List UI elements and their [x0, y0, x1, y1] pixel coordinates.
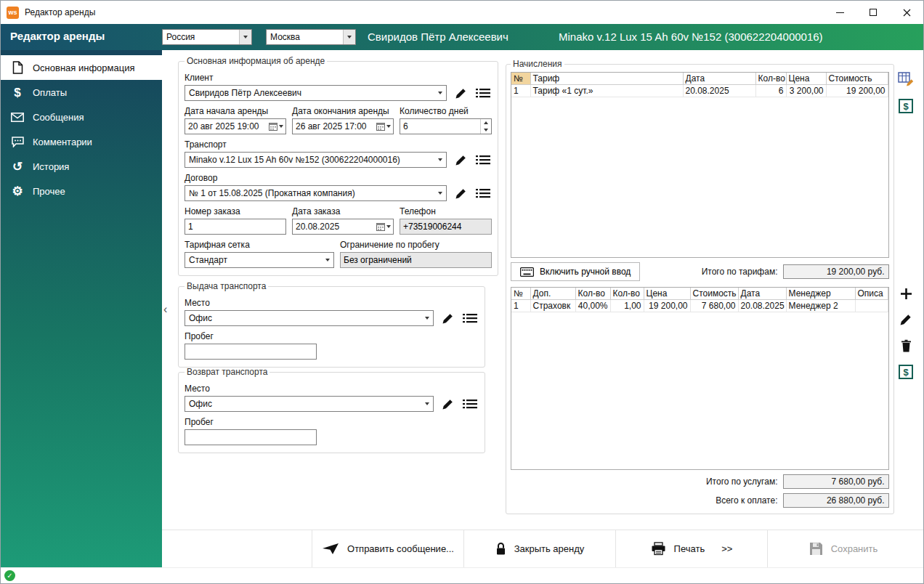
- pencil-icon: [442, 398, 454, 410]
- save-button[interactable]: Сохранить: [767, 530, 919, 567]
- column-header[interactable]: Кол-во: [755, 73, 786, 85]
- contract-label: Договор: [185, 173, 492, 183]
- client-list-button[interactable]: [474, 85, 492, 101]
- return-place-list-button[interactable]: [461, 396, 479, 412]
- rental-start-date-input[interactable]: 20 авг 2025 19:00: [185, 118, 286, 134]
- column-header[interactable]: Цена: [644, 288, 690, 300]
- list-icon: [476, 188, 490, 198]
- client-edit-button[interactable]: [452, 85, 469, 101]
- comment-icon: [10, 137, 25, 147]
- transport-combobox[interactable]: Minako v.12 Lux 15 Ah 60v №152 (30062220…: [185, 152, 447, 168]
- close-button[interactable]: [890, 1, 923, 24]
- column-header[interactable]: Кол-во: [575, 288, 610, 300]
- column-header[interactable]: Стоимость: [690, 288, 738, 300]
- service-payment-button[interactable]: $: [896, 362, 915, 381]
- column-header[interactable]: Цена: [786, 73, 826, 85]
- cell: 1,00: [610, 300, 644, 312]
- transport-list-button[interactable]: [474, 152, 492, 168]
- minimize-button[interactable]: [823, 1, 856, 24]
- column-header[interactable]: Доп.: [530, 288, 575, 300]
- spin-down-icon[interactable]: [481, 126, 491, 134]
- pickup-mileage-input[interactable]: [185, 344, 317, 360]
- contract-combobox[interactable]: № 1 от 15.08.2025 (Прокатная компания): [185, 185, 447, 201]
- transport-edit-button[interactable]: [452, 152, 469, 168]
- pickup-place-list-button[interactable]: [461, 310, 479, 326]
- dollar-icon: $: [899, 99, 913, 113]
- phone-input[interactable]: [400, 219, 492, 235]
- tariff-grid-label: Тарифная сетка: [185, 240, 334, 250]
- country-combobox[interactable]: Россия: [162, 29, 252, 45]
- sidebar-item-messages[interactable]: Сообщения: [1, 105, 162, 129]
- send-icon: [322, 543, 339, 555]
- spin-up-icon[interactable]: [481, 119, 491, 126]
- group-title: Возврат транспорта: [185, 367, 270, 377]
- keyboard-icon: [520, 267, 534, 277]
- client-label: Клиент: [185, 73, 492, 83]
- bottom-toolbar: Отправить сообщение... Закрыть аренду Пе…: [162, 530, 924, 567]
- plus-icon: [900, 288, 912, 300]
- column-header[interactable]: Описа: [855, 288, 888, 300]
- order-date-label: Дата заказа: [292, 206, 394, 216]
- gear-icon: ⚙: [10, 185, 25, 198]
- pencil-icon: [442, 312, 454, 325]
- table-row[interactable]: 1 Страховк 40,00% 1,00 19 200,00 7 680,0…: [511, 300, 888, 312]
- sidebar-item-history[interactable]: ↺ История: [1, 154, 162, 179]
- pencil-icon: [899, 313, 912, 326]
- table-edit-icon: [898, 70, 915, 87]
- contract-list-button[interactable]: [474, 185, 492, 201]
- sidebar-item-label: Комментарии: [33, 137, 92, 147]
- service-edit-button[interactable]: [896, 310, 915, 329]
- column-header[interactable]: Тариф: [530, 73, 683, 85]
- rental-end-date-input[interactable]: 26 авг 2025 17:00: [292, 118, 394, 134]
- spinner-buttons: [480, 119, 491, 134]
- print-button[interactable]: Печать >>: [615, 530, 767, 567]
- tariff-grid-edit-button[interactable]: [896, 69, 915, 88]
- order-date-input[interactable]: 20.08.2025: [292, 219, 394, 235]
- mileage-limit-label: Ограничение по пробегу: [340, 240, 492, 250]
- return-mileage-label: Пробег: [185, 417, 479, 427]
- city-combobox[interactable]: Москва: [266, 29, 356, 45]
- pickup-mileage-label: Пробег: [185, 331, 479, 341]
- chevron-down-icon: [434, 153, 446, 167]
- chevron-down-icon: [421, 397, 433, 411]
- mileage-limit-input[interactable]: [340, 252, 492, 268]
- table-row[interactable]: 1 Тариф «1 сут.» 20.08.2025 6 3 200,00 1…: [511, 85, 888, 97]
- column-header[interactable]: Дата: [683, 73, 755, 85]
- collapse-panel-handle[interactable]: ‹: [163, 303, 167, 316]
- sidebar-item-main-info[interactable]: Основная информация: [1, 55, 162, 80]
- sidebar-item-other[interactable]: ⚙ Прочее: [1, 179, 162, 203]
- start-date-label: Дата начала аренды: [185, 106, 286, 116]
- contract-edit-button[interactable]: [452, 185, 469, 201]
- pickup-place-combobox[interactable]: Офис: [185, 310, 434, 326]
- column-header[interactable]: Стоимость: [826, 73, 888, 85]
- days-count-value: 6: [400, 119, 480, 134]
- sidebar-item-comments[interactable]: Комментарии: [1, 129, 162, 154]
- column-header[interactable]: Дата: [738, 288, 786, 300]
- cell: 20.08.2025: [738, 300, 786, 312]
- close-icon: [903, 9, 911, 17]
- column-header[interactable]: №: [511, 288, 530, 300]
- sidebar-item-payments[interactable]: $ Оплаты: [1, 80, 162, 105]
- days-count-spinner[interactable]: 6: [400, 118, 492, 134]
- column-header[interactable]: Кол-во: [610, 288, 644, 300]
- column-header[interactable]: №: [511, 73, 530, 85]
- column-header[interactable]: Менеджер: [786, 288, 855, 300]
- tariff-payment-button[interactable]: $: [896, 97, 915, 115]
- pickup-place-edit-button[interactable]: [439, 310, 456, 326]
- service-add-button[interactable]: [896, 284, 915, 303]
- send-message-button[interactable]: Отправить сообщение...: [312, 530, 463, 567]
- client-combobox[interactable]: Свиридов Пётр Алексеевич: [185, 85, 447, 101]
- service-delete-button[interactable]: [896, 336, 915, 355]
- services-table-tools: $: [896, 284, 915, 381]
- contract-value: № 1 от 15.08.2025 (Прокатная компания): [189, 188, 434, 198]
- pickup-group: Выдача транспорта Место Офис Пробег: [178, 281, 485, 368]
- return-mileage-input[interactable]: [185, 429, 317, 445]
- close-rental-button[interactable]: Закрыть аренду: [463, 530, 615, 567]
- manual-input-toggle-button[interactable]: Включить ручной ввод: [511, 262, 640, 281]
- order-number-input[interactable]: [185, 219, 286, 235]
- tariff-grid-combobox[interactable]: Стандарт: [185, 252, 334, 268]
- maximize-button[interactable]: [856, 1, 890, 24]
- return-place-combobox[interactable]: Офис: [185, 396, 434, 412]
- return-place-edit-button[interactable]: [439, 396, 456, 412]
- end-date-value: 26 авг 2025 17:00: [296, 121, 374, 131]
